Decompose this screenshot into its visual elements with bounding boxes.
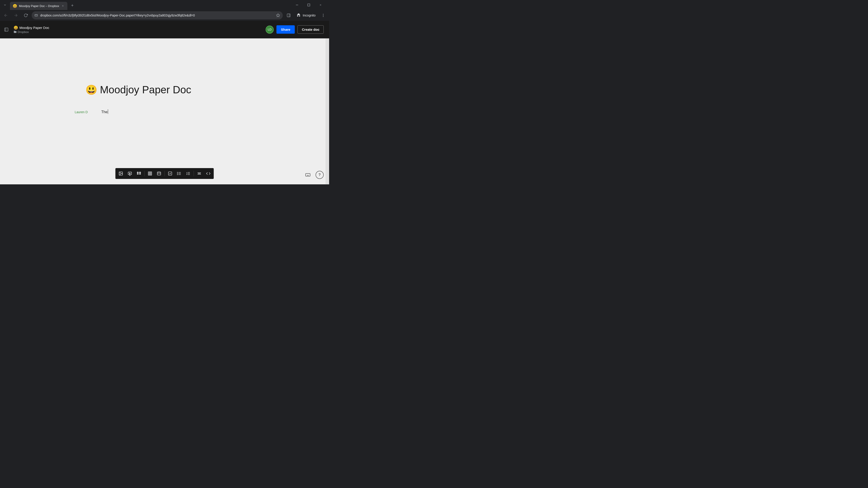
svg-point-15 — [323, 14, 324, 14]
svg-marker-12 — [276, 14, 280, 17]
browser-chrome: 😃 Moodjoy Paper Doc – Dropbox — [0, 0, 329, 21]
insert-checkbox-icon[interactable] — [166, 169, 175, 178]
insert-code-icon[interactable] — [204, 169, 213, 178]
svg-rect-13 — [287, 14, 290, 17]
new-tab-button[interactable] — [69, 2, 75, 8]
insert-bullet-list-icon[interactable] — [175, 169, 184, 178]
author-label: Lauren D — [72, 110, 101, 114]
doc-title: Moodjoy Paper Doc — [20, 26, 49, 30]
svg-point-16 — [323, 15, 324, 16]
incognito-label: Incognito — [303, 13, 315, 17]
breadcrumb-root: Dropbox — [18, 30, 29, 34]
tab-favicon-icon: 😃 — [13, 4, 17, 8]
insert-dropbox-icon[interactable] — [134, 169, 144, 178]
svg-marker-23 — [129, 173, 130, 174]
tab-title: Moodjoy Paper Doc – Dropbox — [19, 4, 59, 8]
close-tab-icon[interactable] — [61, 4, 65, 8]
maximize-window-icon[interactable] — [304, 1, 314, 8]
svg-rect-10 — [35, 14, 37, 16]
svg-rect-35 — [168, 172, 172, 175]
bookmark-star-icon[interactable] — [276, 13, 280, 18]
forward-button[interactable] — [12, 11, 20, 20]
bottom-right-controls: ? — [304, 171, 324, 179]
svg-point-41 — [177, 174, 178, 175]
svg-point-21 — [120, 173, 121, 173]
back-button[interactable] — [2, 11, 10, 20]
app-header: 😃 Moodjoy Paper Doc Dropbox LD Share Cre… — [0, 21, 329, 38]
reload-button[interactable] — [22, 11, 30, 20]
incognito-badge[interactable]: Incognito — [294, 13, 317, 18]
share-button[interactable]: Share — [276, 25, 295, 34]
breadcrumb[interactable]: Dropbox — [13, 30, 49, 34]
tab-bar: 😃 Moodjoy Paper Doc – Dropbox — [0, 0, 329, 10]
svg-rect-5 — [308, 4, 310, 6]
address-bar-row: dropbox.com/scl/fi/n3zfj9fyi392l1d8x5ist… — [0, 10, 329, 21]
svg-rect-26 — [148, 172, 152, 175]
side-panel-icon[interactable] — [285, 11, 293, 20]
text-cursor — [108, 109, 108, 114]
insert-video-icon[interactable] — [125, 169, 134, 178]
svg-rect-18 — [5, 28, 8, 31]
url-text: dropbox.com/scl/fi/n3zfj9fyi392l1d8x5ist… — [40, 13, 274, 17]
body-text[interactable]: The — [101, 109, 108, 114]
keyboard-shortcuts-icon[interactable] — [304, 171, 312, 179]
browser-tab[interactable]: 😃 Moodjoy Paper Doc – Dropbox — [10, 2, 67, 10]
toolbar-divider — [164, 171, 165, 176]
document-heading[interactable]: 😃 Moodjoy Paper Doc — [86, 84, 257, 96]
document-line[interactable]: Lauren D The — [72, 109, 257, 114]
site-info-icon[interactable] — [34, 13, 38, 17]
help-icon[interactable]: ? — [315, 171, 324, 179]
insert-divider-icon[interactable] — [195, 169, 204, 178]
insert-timeline-icon[interactable] — [155, 169, 164, 178]
doc-emoji-icon: 😃 — [13, 26, 18, 30]
tab-search-dropdown[interactable] — [2, 2, 8, 8]
header-right: LD Share Create doc — [266, 25, 324, 34]
insert-toolbar — [116, 168, 214, 179]
svg-point-40 — [177, 173, 178, 174]
browser-menu-icon[interactable] — [319, 11, 327, 20]
insert-table-icon[interactable] — [146, 169, 155, 178]
insert-image-icon[interactable] — [116, 169, 125, 178]
create-doc-button[interactable]: Create doc — [298, 25, 324, 34]
scrollbar[interactable] — [326, 38, 329, 184]
document-content: 😃 Moodjoy Paper Doc Lauren D The — [63, 38, 266, 123]
close-window-icon[interactable] — [315, 1, 326, 8]
sidebar-toggle-icon[interactable] — [3, 26, 10, 33]
toolbar-divider — [194, 171, 194, 176]
address-bar[interactable]: dropbox.com/scl/fi/n3zfj9fyi392l1d8x5ist… — [32, 11, 283, 20]
heading-emoji-icon: 😃 — [86, 84, 97, 95]
heading-text: Moodjoy Paper Doc — [100, 84, 191, 96]
svg-point-17 — [323, 16, 324, 17]
folder-icon — [13, 30, 17, 33]
svg-rect-31 — [157, 172, 161, 175]
document-area[interactable]: 😃 Moodjoy Paper Doc Lauren D The — [0, 38, 329, 184]
minimize-window-icon[interactable] — [292, 1, 302, 8]
doc-title-row[interactable]: 😃 Moodjoy Paper Doc — [13, 26, 49, 30]
svg-point-39 — [177, 172, 178, 173]
svg-rect-48 — [306, 173, 310, 176]
doc-info: 😃 Moodjoy Paper Doc Dropbox — [13, 26, 49, 34]
window-controls — [292, 1, 327, 8]
insert-numbered-list-icon[interactable] — [184, 169, 193, 178]
avatar[interactable]: LD — [266, 26, 274, 34]
